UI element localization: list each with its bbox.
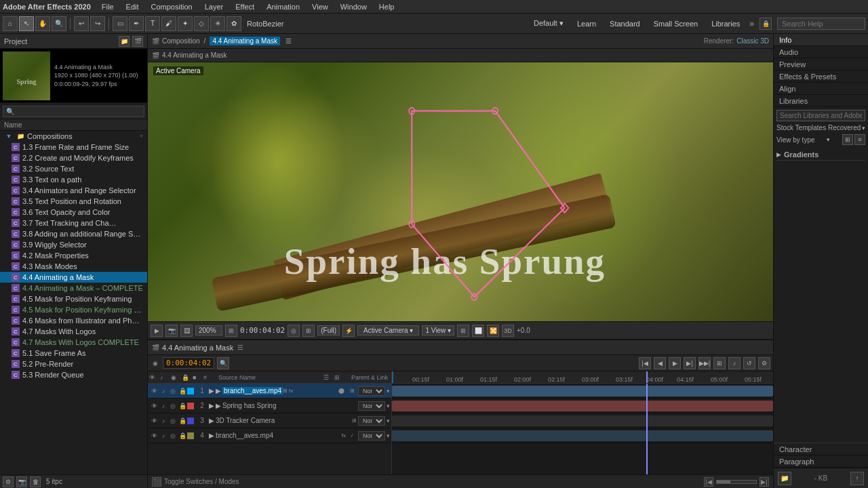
project-search-input[interactable] — [3, 106, 144, 117]
tl-audio-on[interactable]: ♪ — [728, 357, 741, 369]
tree-item-20[interactable]: C 5.2 Pre-Render — [0, 359, 147, 369]
fit-comp-btn[interactable]: ⊞ — [225, 325, 237, 337]
tl-first-frame[interactable]: |◀ — [639, 357, 651, 369]
search-help-input[interactable] — [777, 18, 865, 30]
layer-1-audio[interactable]: ♪ — [159, 386, 168, 396]
comp-menu-btn[interactable]: ☰ — [285, 37, 292, 45]
layer-4-expand[interactable]: ▶ — [209, 432, 214, 439]
pen-tool[interactable]: ✒ — [129, 16, 144, 31]
workspace-standard[interactable]: Standard — [606, 18, 644, 29]
tree-item-2[interactable]: C 3.2 Source Text — [0, 163, 147, 174]
tree-item-7[interactable]: C 3.7 Text Tracking and Character Offset… — [0, 218, 147, 228]
track-bar-2[interactable] — [392, 401, 773, 411]
tab-audio[interactable]: Audio — [774, 46, 868, 58]
tab-effects-presets[interactable]: Effects & Presets — [774, 70, 868, 83]
layer-1-mode[interactable]: None — [358, 386, 385, 396]
comp-3d-btn[interactable]: 3D — [502, 325, 514, 337]
layer-4-solo[interactable]: ◎ — [168, 431, 178, 441]
layer-3-lock[interactable]: 🔒 — [178, 416, 187, 426]
toggle-pixels-btn[interactable]: ⊞ — [457, 325, 469, 337]
layer-2-lock[interactable]: 🔒 — [178, 401, 187, 411]
tl-timecode[interactable]: 0:00:04:02 — [163, 357, 214, 369]
show-snapshot-btn[interactable]: 🖼 — [180, 325, 193, 337]
layer-3-expand[interactable]: ▶ — [209, 417, 214, 424]
libraries-upload-btn[interactable]: ↑ — [850, 472, 864, 485]
layer-2-solo[interactable]: ◎ — [168, 401, 178, 411]
tl-zoom-bar[interactable] — [716, 480, 757, 484]
menu-edit[interactable]: Edit — [123, 1, 142, 12]
tl-expand-btn[interactable]: ⬛ — [152, 477, 161, 487]
grid-btn[interactable]: ⊞ — [302, 325, 315, 337]
add-folder-btn[interactable]: + — [140, 133, 143, 140]
view-select[interactable]: 1 View ▾ — [422, 325, 454, 336]
tree-item-8[interactable]: C 3.8 Adding an additional Range Selecto… — [0, 228, 147, 239]
tree-item-5[interactable]: C 3.5 Text Position and Rotation — [0, 196, 147, 207]
zoom-tool[interactable]: 🔍 — [52, 16, 66, 31]
layer-2-audio[interactable]: ♪ — [159, 401, 168, 411]
layer-4-mode[interactable]: None — [358, 431, 385, 441]
interpret-footage-btn[interactable]: ⚙ — [3, 476, 14, 487]
tl-next-frame[interactable]: ▶| — [684, 357, 696, 369]
libraries-folder-btn[interactable]: 📁 — [778, 472, 791, 485]
libraries-search-input[interactable] — [776, 110, 865, 121]
tree-item-9[interactable]: C 3.9 Wiggly Selector — [0, 239, 147, 250]
tree-item-3[interactable]: C 3.3 Text on a path — [0, 174, 147, 185]
tree-item-18[interactable]: C 4.7 Masks With Logos COMPLETE — [0, 337, 147, 348]
layer-3-mode[interactable]: None — [358, 416, 385, 426]
tab-preview[interactable]: Preview — [774, 58, 868, 70]
tree-item-16[interactable]: C 4.6 Masks from Illustrator and Photosh… — [0, 315, 147, 326]
layer-3-chevron[interactable]: ▾ — [387, 418, 390, 424]
stamp-tool[interactable]: ✦ — [178, 16, 193, 31]
undo-tool[interactable]: ↩ — [74, 16, 89, 31]
layer-1-vis[interactable]: 👁 — [149, 386, 159, 396]
gradients-header[interactable]: ▶ Gradients — [776, 149, 865, 161]
tl-preview-options[interactable]: ⚙ — [758, 357, 770, 369]
menu-composition[interactable]: Composition — [149, 1, 195, 12]
tl-search-btn[interactable]: 🔍 — [217, 357, 229, 369]
tab-paragraph[interactable]: Paragraph — [774, 455, 868, 468]
quality-select[interactable]: (Full) — [317, 325, 340, 336]
eraser-tool[interactable]: ◇ — [194, 16, 209, 31]
hand-tool[interactable]: ✋ — [35, 16, 50, 31]
new-comp-from-footage-btn[interactable]: 📷 — [16, 476, 27, 487]
tl-end-btn[interactable]: ▶| — [760, 477, 769, 487]
tab-align[interactable]: Align — [774, 83, 868, 95]
layer-3-vis[interactable]: 👁 — [149, 416, 159, 426]
layer-4-chevron[interactable]: ▾ — [387, 432, 390, 439]
tl-play[interactable]: ▶ — [669, 357, 681, 369]
extend-workspaces[interactable]: » — [749, 19, 754, 28]
workspace-default[interactable]: Default ▾ — [530, 18, 568, 29]
layer-1-lock[interactable]: 🔒 — [178, 386, 187, 396]
select-tool[interactable]: ↖ — [19, 16, 34, 31]
tab-info[interactable]: Info — [774, 34, 868, 46]
tree-item-19[interactable]: C 5.1 Save Frame As — [0, 348, 147, 359]
tree-item-6[interactable]: C 3.6 Text Opacity and Color — [0, 207, 147, 218]
layer-1-expand[interactable]: ▶ — [209, 387, 214, 394]
track-bar-3[interactable] — [392, 415, 773, 426]
layer-1-chevron[interactable]: ▾ — [387, 388, 390, 394]
redo-tool[interactable]: ↪ — [90, 16, 105, 31]
menu-animation[interactable]: Animation — [264, 1, 302, 12]
tree-item-1[interactable]: C 2.2 Create and Modify Keyframes — [0, 152, 147, 163]
camera-select[interactable]: Active Camera ▾ — [357, 325, 419, 336]
snapshot-btn[interactable]: 📷 — [165, 325, 178, 337]
roto-tool[interactable]: ✿ — [226, 16, 241, 31]
fast-preview-btn[interactable]: ⚡ — [342, 325, 355, 337]
workspace-learn[interactable]: Learn — [573, 18, 600, 29]
brush-tool[interactable]: 🖌 — [161, 16, 176, 31]
layer-row-1[interactable]: 👁 ♪ ◎ 🔒 1 ▶ ▶ branch__aves.mp4 ⊞ fx — [148, 384, 391, 399]
tree-item-12[interactable]: C 4.4 Animating a Mask — [0, 272, 147, 283]
filter-dropdown[interactable]: ▾ — [862, 125, 865, 131]
layer-4-audio[interactable]: ♪ — [159, 431, 168, 441]
list-view-btn[interactable]: ≡ — [854, 134, 865, 145]
layer-2-chevron[interactable]: ▾ — [387, 403, 390, 409]
layer-3-name[interactable]: 3D Tracker Camera — [216, 417, 352, 424]
comp-viewport[interactable]: Spring has Sprung Active Camera — [148, 62, 773, 321]
tl-start-btn[interactable]: |◀ — [704, 477, 713, 487]
tree-item-13[interactable]: C 4.4 Animating a Mask – COMPLETE — [0, 283, 147, 293]
tree-item-17[interactable]: C 4.7 Masks With Logos — [0, 326, 147, 337]
tree-item-21[interactable]: C 5.3 Render Queue — [0, 369, 147, 380]
layer-4-name[interactable]: branch__aves.mp4 — [216, 432, 342, 439]
tree-folder-compositions[interactable]: ▼ 📁 Compositions + — [0, 131, 147, 142]
puppet-tool[interactable]: ✳ — [210, 16, 225, 31]
